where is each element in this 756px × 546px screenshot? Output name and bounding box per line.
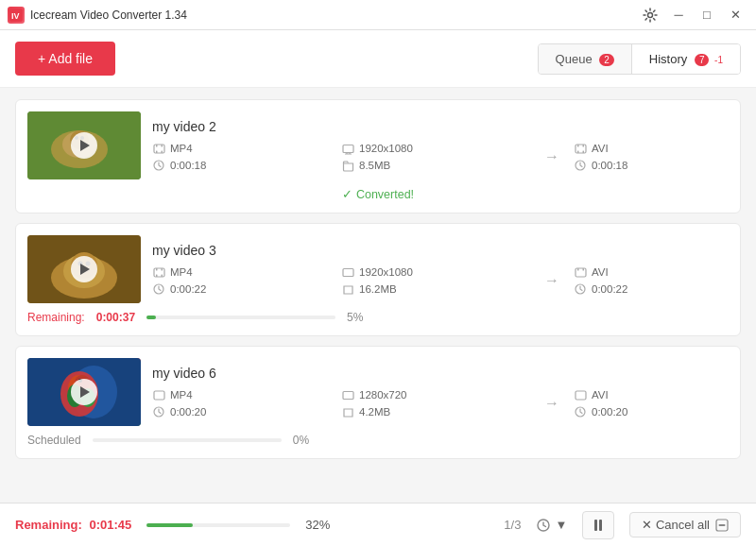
tab-history[interactable]: History 7 -1 <box>632 44 740 74</box>
source-size-1: 8.5MB <box>341 159 530 172</box>
video-title-3: my video 6 <box>152 366 756 381</box>
percent-label-3: 0% <box>293 434 309 447</box>
svg-rect-56 <box>576 391 586 400</box>
card-status-3: Scheduled 0% <box>27 434 729 447</box>
svg-rect-16 <box>343 145 353 152</box>
progress-track-2 <box>146 316 335 319</box>
arrow-right-1: → <box>538 148 566 165</box>
clock-icon-dest-3 <box>574 405 587 418</box>
minimize-button[interactable]: ─ <box>665 5 692 26</box>
video-card-2-top: my video 3 MP4 0:00 <box>27 235 729 303</box>
close-button[interactable]: ✕ <box>722 5 748 26</box>
play-button-3[interactable] <box>71 379 97 405</box>
video-title-2: my video 3 <box>152 243 756 258</box>
status-count: 1/3 <box>504 518 521 532</box>
check-icon-1: ✓ <box>342 187 352 201</box>
video-meta-3: MP4 0:00:20 <box>152 388 756 418</box>
tab-queue[interactable]: Queue 2 <box>539 44 632 74</box>
svg-rect-10 <box>154 145 164 153</box>
arrow-right-3: → <box>538 395 566 412</box>
converted-label: Converted! <box>356 188 414 201</box>
play-button-1[interactable] <box>71 132 97 159</box>
thumbnail-3 <box>27 358 141 426</box>
svg-text:IV: IV <box>11 11 20 21</box>
meta-dest-1: AVI 0:00:18 <box>574 142 756 172</box>
svg-rect-20 <box>577 150 579 153</box>
app-icon: IV <box>8 7 25 24</box>
film-icon-dest-2 <box>574 265 587 279</box>
svg-rect-12 <box>161 145 163 147</box>
svg-rect-55 <box>343 391 353 399</box>
add-file-button[interactable]: + Add file <box>15 42 115 76</box>
res-icon-2 <box>341 265 354 279</box>
video-card-1: my video 2 MP4 0:00 <box>15 99 741 213</box>
svg-rect-40 <box>577 268 579 271</box>
film-icon-3 <box>152 388 165 401</box>
svg-rect-17 <box>576 145 586 153</box>
status-pause-button[interactable] <box>582 511 614 539</box>
title-bar-controls: ─ □ ✕ <box>637 5 748 26</box>
svg-rect-14 <box>161 150 163 153</box>
svg-rect-18 <box>577 145 579 147</box>
film-icon <box>152 142 165 155</box>
clock-icon-dest-1 <box>574 159 587 172</box>
svg-rect-61 <box>719 524 726 526</box>
svg-rect-41 <box>582 268 584 271</box>
video-info-3: my video 6 MP4 0:00 <box>152 366 756 418</box>
dest-format-1: AVI <box>574 142 756 155</box>
arrow-right-2: → <box>538 272 566 289</box>
status-progress-track <box>146 523 290 527</box>
source-resolution-1: 1920x1080 <box>341 142 530 155</box>
source-format-text-1: MP4 <box>170 143 193 154</box>
remaining-time-2: 0:00:37 <box>96 311 135 324</box>
settings-button[interactable] <box>637 5 663 26</box>
thumbnail-2 <box>27 235 141 303</box>
svg-rect-53 <box>154 391 164 400</box>
cancel-all-label: ✕ Cancel all <box>642 518 710 532</box>
res-icon-3 <box>341 388 354 401</box>
film-icon-dest-1 <box>574 142 587 155</box>
size-icon-3 <box>341 405 354 418</box>
status-percent: 32% <box>305 518 330 532</box>
size-icon-2 <box>341 282 354 296</box>
main-content: my video 2 MP4 0:00 <box>0 88 756 503</box>
dest-duration-1: 0:00:18 <box>574 159 756 172</box>
play-button-2[interactable] <box>71 256 97 282</box>
video-card-3: my video 6 MP4 0:00 <box>15 346 741 459</box>
percent-label-2: 5% <box>347 311 363 324</box>
maximize-button[interactable]: □ <box>694 5 720 26</box>
clock-icon-2 <box>152 282 165 296</box>
progress-fill-2 <box>146 316 156 319</box>
converted-status-1: ✓ Converted! <box>27 187 729 201</box>
video-meta-1: MP4 0:00:18 <box>152 142 756 172</box>
res-icon-1 <box>341 142 354 155</box>
meta-source-1: MP4 0:00:18 <box>152 142 341 172</box>
status-remaining-label: Remaining: 0:01:45 <box>15 518 131 532</box>
video-card-1-top: my video 2 MP4 0:00 <box>27 111 729 179</box>
app-title: Icecream Video Converter 1.34 <box>30 9 187 22</box>
video-info-2: my video 3 MP4 0:00 <box>152 243 756 296</box>
status-progress-fill <box>146 523 193 527</box>
svg-rect-19 <box>582 145 584 147</box>
svg-rect-33 <box>156 268 158 271</box>
clock-icon-3 <box>152 405 165 418</box>
card-status-1: ✓ Converted! <box>27 187 729 201</box>
svg-rect-13 <box>156 150 158 153</box>
remaining-label-2: Remaining: <box>27 311 85 324</box>
thumbnail-1 <box>27 111 141 179</box>
video-info-1: my video 2 MP4 0:00 <box>152 119 756 172</box>
film-icon-dest-3 <box>574 388 587 401</box>
progress-track-3 <box>93 438 282 442</box>
status-bar: Remaining: 0:01:45 32% 1/3 ▼ ✕ Cancel al… <box>0 503 756 546</box>
folder-icon-1 <box>341 159 354 172</box>
film-icon-2 <box>152 265 165 279</box>
status-history-button[interactable]: ▼ <box>536 518 567 533</box>
svg-rect-34 <box>161 268 163 271</box>
toolbar: + Add file Queue 2 History 7 -1 <box>0 30 756 88</box>
history-badge: 7 <box>695 54 710 66</box>
cancel-all-button[interactable]: ✕ Cancel all <box>629 512 741 537</box>
scheduled-label: Scheduled <box>27 434 81 447</box>
video-title-1: my video 2 <box>152 119 756 134</box>
svg-rect-38 <box>343 268 353 276</box>
video-card-3-top: my video 6 MP4 0:00 <box>27 358 729 426</box>
